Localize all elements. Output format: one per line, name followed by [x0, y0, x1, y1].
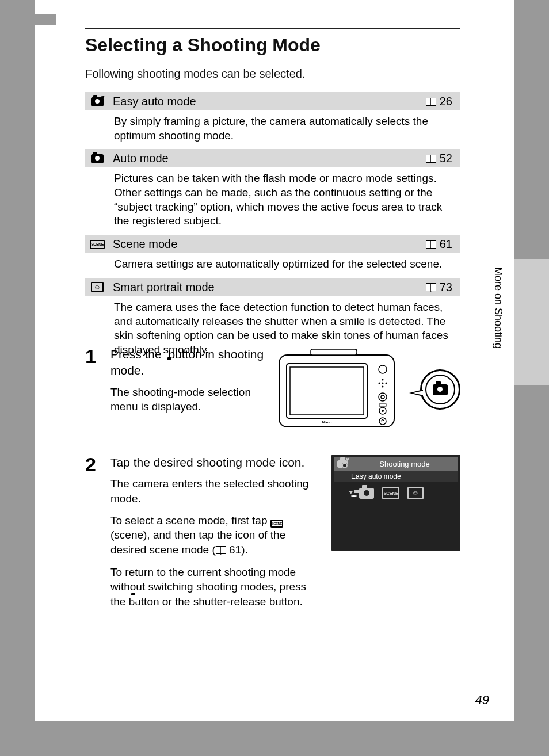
page-ref: 52: [426, 152, 452, 165]
step-2: 2 Tap the desired shooting mode icon. Th…: [85, 455, 460, 616]
mode-description: Camera settings are automatically optimi…: [85, 253, 460, 278]
scene-icon: SCENE: [382, 487, 399, 499]
book-icon: [426, 155, 436, 163]
book-icon: [426, 240, 436, 249]
mode-row-smart-portrait: ☺ Smart portrait mode 73: [85, 278, 460, 296]
mode-description: By simply framing a picture, the camera …: [85, 110, 460, 149]
book-icon: [426, 98, 436, 106]
step-title: Tap the desired shooting mode icon.: [110, 455, 320, 471]
camera-icon: [359, 488, 374, 499]
intro-text: Following shooting modes can be selected…: [85, 67, 305, 81]
lcd-title: Shooting mode: [351, 460, 458, 468]
page-ref: 61: [426, 238, 452, 251]
svg-point-6: [379, 383, 380, 384]
side-tab: [514, 259, 549, 385]
book-icon: [216, 546, 226, 554]
camera-heart-icon: ♥: [337, 460, 348, 468]
svg-point-8: [382, 386, 384, 388]
mode-row-scene: SCENE Scene mode 61: [85, 235, 460, 253]
mode-row-easy-auto: ♥ Easy auto mode 26: [85, 92, 460, 110]
step-number: 1: [85, 346, 99, 435]
book-icon: [426, 283, 436, 291]
smile-icon: ☺: [407, 487, 424, 499]
svg-point-7: [386, 383, 387, 384]
modes-table: ♥ Easy auto mode 26 By simply framing a …: [85, 92, 460, 364]
svg-text:Nikon: Nikon: [322, 421, 332, 424]
scene-icon: SCENE: [270, 520, 283, 528]
step-text: The shooting-mode selection menu is disp…: [110, 385, 265, 414]
camera-illustration: Nikon: [276, 346, 460, 435]
page-title: Selecting a Shooting Mode: [85, 35, 321, 56]
step-text: To select a scene mode, first tap SCENE …: [110, 513, 320, 558]
step-text: The camera enters the selected shooting …: [110, 476, 320, 506]
lcd-subtitle: Easy auto mode: [334, 471, 458, 482]
lcd-screen-illustration: ♥ Shooting mode Easy auto mode ♥ SCENE ☺: [331, 455, 460, 551]
scene-icon: SCENE: [90, 240, 105, 249]
side-section-label: More on Shooting: [492, 267, 504, 349]
svg-point-5: [382, 379, 384, 381]
step-1: 1 Press the button in shooting mode. The…: [85, 346, 460, 435]
mode-label: Easy auto mode: [113, 95, 418, 108]
mode-label: Scene mode: [113, 238, 418, 251]
svg-rect-3: [311, 349, 357, 355]
callout-camera-button: [420, 369, 460, 410]
step-number: 2: [85, 455, 99, 616]
mode-label: Smart portrait mode: [113, 281, 418, 294]
camera-icon: [91, 154, 104, 163]
svg-point-15: [379, 418, 386, 425]
mode-label: Auto mode: [113, 152, 418, 165]
mode-description: Pictures can be taken with the flash mod…: [85, 167, 460, 235]
svg-point-4: [379, 365, 387, 373]
page-ref: 73: [426, 281, 452, 294]
page-ref: 26: [426, 95, 452, 108]
step-title: Press the button in shooting mode.: [110, 346, 265, 379]
svg-point-9: [382, 383, 384, 384]
section-header: More on Shooting: [85, 13, 193, 28]
svg-point-13: [382, 410, 384, 412]
svg-rect-2: [290, 367, 364, 415]
camera-heart-icon: ♥: [91, 97, 104, 106]
step-text: To return to the current shooting mode w…: [110, 565, 320, 609]
page-number: 49: [475, 693, 489, 708]
svg-rect-14: [379, 404, 386, 406]
svg-point-10: [379, 393, 387, 401]
smile-icon: ☺: [91, 282, 104, 292]
camera-icon: [433, 384, 448, 395]
mode-row-auto: Auto mode 52: [85, 149, 460, 167]
